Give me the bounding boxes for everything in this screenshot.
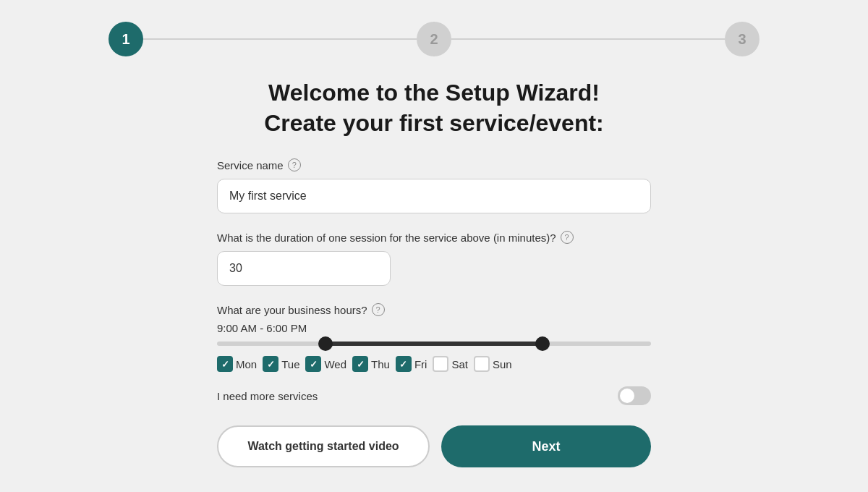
day-mon-label: Mon xyxy=(236,358,257,370)
day-sat: Sat xyxy=(433,356,468,372)
stepper: 1 2 3 xyxy=(109,22,760,56)
day-tue-label: Tue xyxy=(281,358,299,370)
service-name-input[interactable] xyxy=(217,179,651,213)
day-mon: Mon xyxy=(217,356,257,372)
next-button[interactable]: Next xyxy=(441,425,651,467)
day-thu-label: Thu xyxy=(371,358,390,370)
business-hours-label-row: What are your business hours? ? xyxy=(217,303,385,316)
day-mon-checkbox[interactable] xyxy=(217,356,233,372)
main-title: Welcome to the Setup Wizard! Create your… xyxy=(217,78,651,138)
day-thu: Thu xyxy=(352,356,390,372)
day-fri-label: Fri xyxy=(414,358,427,370)
bottom-buttons: Watch getting started video Next xyxy=(217,425,651,467)
more-services-row: I need more services xyxy=(217,386,651,405)
day-sun-label: Sun xyxy=(493,358,512,370)
duration-label: What is the duration of one session for … xyxy=(217,231,574,244)
day-sun: Sun xyxy=(474,356,512,372)
service-name-help-icon[interactable]: ? xyxy=(288,158,301,171)
step-1: 1 xyxy=(109,22,143,56)
duration-input[interactable] xyxy=(217,251,391,286)
slider-thumb-left[interactable] xyxy=(318,336,333,351)
day-thu-checkbox[interactable] xyxy=(352,356,368,372)
watch-video-button[interactable]: Watch getting started video xyxy=(217,425,430,467)
duration-help-icon[interactable]: ? xyxy=(561,231,574,244)
day-sat-checkbox[interactable] xyxy=(433,356,448,372)
day-fri: Fri xyxy=(396,356,427,372)
business-hours-help-icon[interactable]: ? xyxy=(372,303,385,316)
day-tue-checkbox[interactable] xyxy=(263,356,278,372)
days-row: Mon Tue Wed Thu Fri xyxy=(217,356,512,372)
day-wed-checkbox[interactable] xyxy=(305,356,321,372)
step-line-2 xyxy=(451,38,725,40)
day-sun-checkbox[interactable] xyxy=(474,356,490,372)
page-wrapper: 1 2 3 Welcome to the Setup Wizard! Creat… xyxy=(0,0,868,492)
more-services-label: I need more services xyxy=(217,390,318,402)
service-name-label: Service name ? xyxy=(217,158,301,171)
step-line-1 xyxy=(143,38,417,40)
day-wed: Wed xyxy=(305,356,346,372)
day-tue: Tue xyxy=(263,356,299,372)
step-3: 3 xyxy=(725,22,760,56)
step-2: 2 xyxy=(417,22,451,56)
main-content: Welcome to the Setup Wizard! Create your… xyxy=(217,78,651,425)
slider-fill xyxy=(326,342,542,346)
hours-slider[interactable] xyxy=(217,342,651,346)
day-wed-label: Wed xyxy=(324,358,346,370)
day-sat-label: Sat xyxy=(451,358,468,370)
hours-range-text: 9:00 AM - 6:00 PM xyxy=(217,322,307,334)
slider-thumb-right[interactable] xyxy=(535,336,550,351)
business-hours-label: What are your business hours? xyxy=(217,304,367,316)
day-fri-checkbox[interactable] xyxy=(396,356,412,372)
more-services-toggle[interactable] xyxy=(618,386,651,405)
